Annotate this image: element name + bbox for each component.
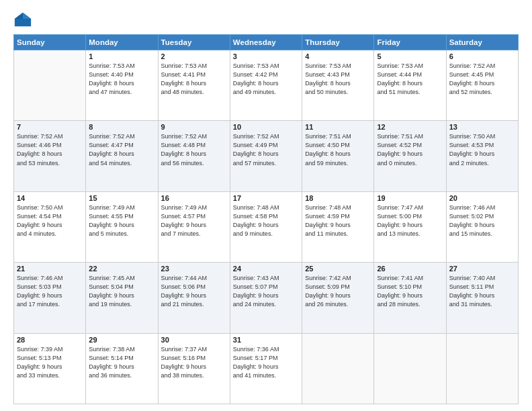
calendar-cell: 25Sunrise: 7:42 AM Sunset: 5:09 PM Dayli…: [302, 263, 374, 333]
calendar-cell: 23Sunrise: 7:44 AM Sunset: 5:06 PM Dayli…: [158, 263, 230, 333]
calendar-cell: 6Sunrise: 7:52 AM Sunset: 4:45 PM Daylig…: [446, 50, 518, 121]
day-info: Sunrise: 7:46 AM Sunset: 5:03 PM Dayligh…: [17, 274, 83, 309]
calendar-cell: 14Sunrise: 7:50 AM Sunset: 4:54 PM Dayli…: [14, 191, 86, 262]
day-info: Sunrise: 7:50 AM Sunset: 4:54 PM Dayligh…: [17, 203, 83, 238]
weekday-header-tuesday: Tuesday: [158, 35, 230, 50]
calendar-cell: 5Sunrise: 7:53 AM Sunset: 4:44 PM Daylig…: [374, 50, 446, 121]
calendar-cell: [446, 333, 518, 404]
calendar-cell: 4Sunrise: 7:53 AM Sunset: 4:43 PM Daylig…: [302, 50, 374, 121]
calendar-cell: 2Sunrise: 7:53 AM Sunset: 4:41 PM Daylig…: [158, 50, 230, 121]
svg-marker-1: [23, 13, 31, 19]
calendar-cell: 10Sunrise: 7:52 AM Sunset: 4:49 PM Dayli…: [230, 121, 302, 191]
day-info: Sunrise: 7:53 AM Sunset: 4:42 PM Dayligh…: [233, 62, 299, 97]
day-number: 31: [233, 336, 299, 344]
day-number: 3: [233, 52, 299, 60]
calendar-cell: 11Sunrise: 7:51 AM Sunset: 4:50 PM Dayli…: [302, 121, 374, 191]
day-info: Sunrise: 7:42 AM Sunset: 5:09 PM Dayligh…: [305, 274, 371, 309]
day-info: Sunrise: 7:37 AM Sunset: 5:16 PM Dayligh…: [161, 345, 227, 380]
day-info: Sunrise: 7:43 AM Sunset: 5:07 PM Dayligh…: [233, 274, 299, 309]
calendar-cell: [374, 333, 446, 404]
calendar-cell: 13Sunrise: 7:50 AM Sunset: 4:53 PM Dayli…: [446, 121, 518, 191]
day-number: 24: [233, 265, 299, 273]
day-info: Sunrise: 7:46 AM Sunset: 5:02 PM Dayligh…: [449, 203, 515, 238]
calendar-cell: 7Sunrise: 7:52 AM Sunset: 4:46 PM Daylig…: [14, 121, 86, 191]
day-number: 10: [233, 123, 299, 131]
calendar-table: SundayMondayTuesdayWednesdayThursdayFrid…: [13, 34, 519, 404]
day-number: 1: [89, 52, 154, 60]
calendar-cell: 29Sunrise: 7:38 AM Sunset: 5:14 PM Dayli…: [86, 333, 158, 404]
calendar-week-5: 28Sunrise: 7:39 AM Sunset: 5:13 PM Dayli…: [14, 333, 519, 404]
weekday-header-monday: Monday: [86, 35, 158, 50]
calendar-cell: 26Sunrise: 7:41 AM Sunset: 5:10 PM Dayli…: [374, 263, 446, 333]
day-info: Sunrise: 7:52 AM Sunset: 4:48 PM Dayligh…: [161, 132, 227, 167]
day-number: 4: [305, 52, 371, 60]
day-info: Sunrise: 7:53 AM Sunset: 4:41 PM Dayligh…: [161, 62, 227, 97]
day-number: 30: [161, 336, 227, 344]
day-number: 27: [449, 265, 515, 273]
day-number: 22: [89, 265, 154, 273]
weekday-header-row: SundayMondayTuesdayWednesdayThursdayFrid…: [14, 35, 519, 50]
calendar-cell: 8Sunrise: 7:52 AM Sunset: 4:47 PM Daylig…: [86, 121, 158, 191]
logo-icon: [13, 10, 32, 29]
calendar-cell: 16Sunrise: 7:49 AM Sunset: 4:57 PM Dayli…: [158, 191, 230, 262]
day-number: 14: [17, 194, 83, 202]
day-number: 20: [449, 194, 515, 202]
svg-marker-2: [15, 13, 23, 19]
day-number: 7: [17, 123, 83, 131]
day-info: Sunrise: 7:36 AM Sunset: 5:17 PM Dayligh…: [233, 345, 299, 380]
calendar-cell: [14, 50, 86, 121]
calendar-cell: 20Sunrise: 7:46 AM Sunset: 5:02 PM Dayli…: [446, 191, 518, 262]
calendar-week-3: 14Sunrise: 7:50 AM Sunset: 4:54 PM Dayli…: [14, 191, 519, 262]
weekday-header-friday: Friday: [374, 35, 446, 50]
day-info: Sunrise: 7:45 AM Sunset: 5:04 PM Dayligh…: [89, 274, 154, 309]
calendar-cell: 22Sunrise: 7:45 AM Sunset: 5:04 PM Dayli…: [86, 263, 158, 333]
calendar-cell: 1Sunrise: 7:53 AM Sunset: 4:40 PM Daylig…: [86, 50, 158, 121]
calendar-cell: 9Sunrise: 7:52 AM Sunset: 4:48 PM Daylig…: [158, 121, 230, 191]
day-number: 15: [89, 194, 154, 202]
day-number: 23: [161, 265, 227, 273]
page: SundayMondayTuesdayWednesdayThursdayFrid…: [0, 0, 532, 411]
day-info: Sunrise: 7:48 AM Sunset: 4:59 PM Dayligh…: [305, 203, 371, 238]
day-number: 12: [377, 123, 443, 131]
day-info: Sunrise: 7:52 AM Sunset: 4:47 PM Dayligh…: [89, 132, 154, 167]
day-info: Sunrise: 7:44 AM Sunset: 5:06 PM Dayligh…: [161, 274, 227, 309]
calendar-cell: 30Sunrise: 7:37 AM Sunset: 5:16 PM Dayli…: [158, 333, 230, 404]
day-number: 29: [89, 336, 154, 344]
calendar-cell: 12Sunrise: 7:51 AM Sunset: 4:52 PM Dayli…: [374, 121, 446, 191]
day-info: Sunrise: 7:39 AM Sunset: 5:13 PM Dayligh…: [17, 345, 83, 380]
day-number: 19: [377, 194, 443, 202]
day-number: 6: [449, 52, 515, 60]
day-info: Sunrise: 7:53 AM Sunset: 4:40 PM Dayligh…: [89, 62, 154, 97]
header: [13, 10, 519, 29]
day-number: 8: [89, 123, 154, 131]
day-info: Sunrise: 7:51 AM Sunset: 4:52 PM Dayligh…: [377, 132, 443, 167]
day-info: Sunrise: 7:50 AM Sunset: 4:53 PM Dayligh…: [449, 132, 515, 167]
weekday-header-sunday: Sunday: [14, 35, 86, 50]
weekday-header-thursday: Thursday: [302, 35, 374, 50]
day-number: 18: [305, 194, 371, 202]
calendar-cell: 19Sunrise: 7:47 AM Sunset: 5:00 PM Dayli…: [374, 191, 446, 262]
calendar-cell: 17Sunrise: 7:48 AM Sunset: 4:58 PM Dayli…: [230, 191, 302, 262]
day-number: 9: [161, 123, 227, 131]
calendar-week-2: 7Sunrise: 7:52 AM Sunset: 4:46 PM Daylig…: [14, 121, 519, 191]
calendar-cell: 18Sunrise: 7:48 AM Sunset: 4:59 PM Dayli…: [302, 191, 374, 262]
calendar-cell: 28Sunrise: 7:39 AM Sunset: 5:13 PM Dayli…: [14, 333, 86, 404]
day-info: Sunrise: 7:41 AM Sunset: 5:10 PM Dayligh…: [377, 274, 443, 309]
calendar-cell: 21Sunrise: 7:46 AM Sunset: 5:03 PM Dayli…: [14, 263, 86, 333]
day-number: 13: [449, 123, 515, 131]
day-number: 11: [305, 123, 371, 131]
day-info: Sunrise: 7:52 AM Sunset: 4:46 PM Dayligh…: [17, 132, 83, 167]
day-number: 25: [305, 265, 371, 273]
day-info: Sunrise: 7:48 AM Sunset: 4:58 PM Dayligh…: [233, 203, 299, 238]
day-number: 2: [161, 52, 227, 60]
day-number: 5: [377, 52, 443, 60]
day-info: Sunrise: 7:40 AM Sunset: 5:11 PM Dayligh…: [449, 274, 515, 309]
day-info: Sunrise: 7:49 AM Sunset: 4:55 PM Dayligh…: [89, 203, 154, 238]
weekday-header-wednesday: Wednesday: [230, 35, 302, 50]
day-info: Sunrise: 7:53 AM Sunset: 4:43 PM Dayligh…: [305, 62, 371, 97]
calendar-week-4: 21Sunrise: 7:46 AM Sunset: 5:03 PM Dayli…: [14, 263, 519, 333]
weekday-header-saturday: Saturday: [446, 35, 518, 50]
calendar-cell: 15Sunrise: 7:49 AM Sunset: 4:55 PM Dayli…: [86, 191, 158, 262]
day-number: 26: [377, 265, 443, 273]
day-info: Sunrise: 7:49 AM Sunset: 4:57 PM Dayligh…: [161, 203, 227, 238]
